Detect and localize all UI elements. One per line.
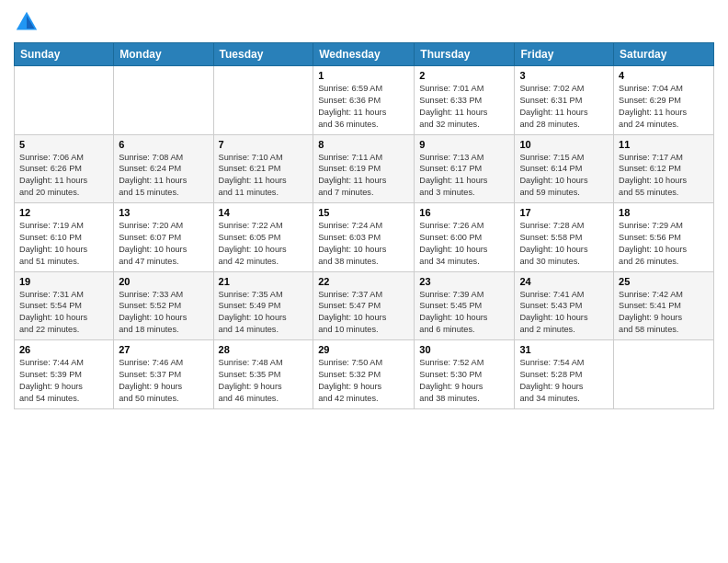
day-number: 11 <box>619 139 709 150</box>
day-info: Sunrise: 7:42 AM Sunset: 5:41 PM Dayligh… <box>619 289 709 337</box>
header-day: Monday <box>114 43 213 66</box>
day-info: Sunrise: 7:20 AM Sunset: 6:07 PM Dayligh… <box>119 220 208 268</box>
day-number: 12 <box>19 207 108 218</box>
day-info: Sunrise: 7:17 AM Sunset: 6:12 PM Dayligh… <box>619 152 709 200</box>
day-info: Sunrise: 7:01 AM Sunset: 6:33 PM Dayligh… <box>419 83 509 131</box>
header-row: SundayMondayTuesdayWednesdayThursdayFrid… <box>15 43 714 66</box>
calendar-cell: 2Sunrise: 7:01 AM Sunset: 6:33 PM Daylig… <box>415 66 515 135</box>
day-info: Sunrise: 7:50 AM Sunset: 5:32 PM Dayligh… <box>318 357 409 405</box>
calendar-cell <box>15 66 114 135</box>
calendar-cell: 11Sunrise: 7:17 AM Sunset: 6:12 PM Dayli… <box>614 134 714 203</box>
logo <box>14 9 43 35</box>
calendar-cell: 10Sunrise: 7:15 AM Sunset: 6:14 PM Dayli… <box>515 134 614 203</box>
day-info: Sunrise: 7:29 AM Sunset: 5:56 PM Dayligh… <box>619 220 709 268</box>
calendar-cell: 17Sunrise: 7:28 AM Sunset: 5:58 PM Dayli… <box>515 203 614 272</box>
day-info: Sunrise: 7:28 AM Sunset: 5:58 PM Dayligh… <box>519 220 609 268</box>
header-day: Friday <box>515 43 614 66</box>
day-number: 2 <box>419 70 509 81</box>
day-number: 23 <box>419 276 509 287</box>
day-number: 31 <box>519 344 609 355</box>
day-number: 9 <box>419 139 509 150</box>
day-info: Sunrise: 7:19 AM Sunset: 6:10 PM Dayligh… <box>19 220 108 268</box>
day-info: Sunrise: 7:31 AM Sunset: 5:54 PM Dayligh… <box>19 289 108 337</box>
day-info: Sunrise: 7:26 AM Sunset: 6:00 PM Dayligh… <box>419 220 509 268</box>
header-day: Wednesday <box>313 43 415 66</box>
day-number: 10 <box>519 139 609 150</box>
calendar-cell: 19Sunrise: 7:31 AM Sunset: 5:54 PM Dayli… <box>15 271 114 340</box>
calendar-table: SundayMondayTuesdayWednesdayThursdayFrid… <box>14 42 714 409</box>
day-info: Sunrise: 7:08 AM Sunset: 6:24 PM Dayligh… <box>119 152 208 200</box>
calendar-cell: 22Sunrise: 7:37 AM Sunset: 5:47 PM Dayli… <box>313 271 415 340</box>
day-number: 18 <box>619 207 709 218</box>
day-info: Sunrise: 7:54 AM Sunset: 5:28 PM Dayligh… <box>519 357 609 405</box>
day-info: Sunrise: 7:44 AM Sunset: 5:39 PM Dayligh… <box>19 357 108 405</box>
header-day: Sunday <box>15 43 114 66</box>
day-info: Sunrise: 7:10 AM Sunset: 6:21 PM Dayligh… <box>219 152 309 200</box>
calendar-cell <box>213 66 313 135</box>
day-info: Sunrise: 7:06 AM Sunset: 6:26 PM Dayligh… <box>19 152 108 200</box>
day-number: 15 <box>318 207 409 218</box>
day-info: Sunrise: 7:48 AM Sunset: 5:35 PM Dayligh… <box>219 357 309 405</box>
calendar-cell: 12Sunrise: 7:19 AM Sunset: 6:10 PM Dayli… <box>15 203 114 272</box>
day-info: Sunrise: 7:37 AM Sunset: 5:47 PM Dayligh… <box>318 289 409 337</box>
day-info: Sunrise: 7:39 AM Sunset: 5:45 PM Dayligh… <box>419 289 509 337</box>
day-info: Sunrise: 7:04 AM Sunset: 6:29 PM Dayligh… <box>619 83 709 131</box>
day-number: 5 <box>19 139 108 150</box>
calendar-cell: 3Sunrise: 7:02 AM Sunset: 6:31 PM Daylig… <box>515 66 614 135</box>
day-number: 19 <box>19 276 108 287</box>
calendar-cell: 7Sunrise: 7:10 AM Sunset: 6:21 PM Daylig… <box>213 134 313 203</box>
calendar-cell: 13Sunrise: 7:20 AM Sunset: 6:07 PM Dayli… <box>114 203 213 272</box>
day-info: Sunrise: 7:22 AM Sunset: 6:05 PM Dayligh… <box>219 220 309 268</box>
page: SundayMondayTuesdayWednesdayThursdayFrid… <box>0 0 728 563</box>
calendar-row: 19Sunrise: 7:31 AM Sunset: 5:54 PM Dayli… <box>15 271 714 340</box>
day-number: 27 <box>119 344 208 355</box>
calendar-cell: 15Sunrise: 7:24 AM Sunset: 6:03 PM Dayli… <box>313 203 415 272</box>
day-number: 20 <box>119 276 208 287</box>
day-info: Sunrise: 7:02 AM Sunset: 6:31 PM Dayligh… <box>519 83 609 131</box>
day-info: Sunrise: 7:24 AM Sunset: 6:03 PM Dayligh… <box>318 220 409 268</box>
calendar-body: 1Sunrise: 6:59 AM Sunset: 6:36 PM Daylig… <box>15 66 714 409</box>
day-info: Sunrise: 7:11 AM Sunset: 6:19 PM Dayligh… <box>318 152 409 200</box>
day-number: 25 <box>619 276 709 287</box>
header-day: Tuesday <box>213 43 313 66</box>
day-number: 7 <box>219 139 309 150</box>
day-number: 29 <box>318 344 409 355</box>
calendar-row: 12Sunrise: 7:19 AM Sunset: 6:10 PM Dayli… <box>15 203 714 272</box>
day-info: Sunrise: 7:15 AM Sunset: 6:14 PM Dayligh… <box>519 152 609 200</box>
calendar-cell: 20Sunrise: 7:33 AM Sunset: 5:52 PM Dayli… <box>114 271 213 340</box>
calendar-cell: 9Sunrise: 7:13 AM Sunset: 6:17 PM Daylig… <box>415 134 515 203</box>
day-info: Sunrise: 7:13 AM Sunset: 6:17 PM Dayligh… <box>419 152 509 200</box>
calendar-row: 1Sunrise: 6:59 AM Sunset: 6:36 PM Daylig… <box>15 66 714 135</box>
day-info: Sunrise: 7:46 AM Sunset: 5:37 PM Dayligh… <box>119 357 208 405</box>
day-info: Sunrise: 7:41 AM Sunset: 5:43 PM Dayligh… <box>519 289 609 337</box>
day-number: 21 <box>219 276 309 287</box>
header <box>14 9 714 35</box>
day-number: 3 <box>519 70 609 81</box>
calendar-cell: 21Sunrise: 7:35 AM Sunset: 5:49 PM Dayli… <box>213 271 313 340</box>
calendar-cell: 16Sunrise: 7:26 AM Sunset: 6:00 PM Dayli… <box>415 203 515 272</box>
calendar-cell <box>614 340 714 409</box>
calendar-cell: 4Sunrise: 7:04 AM Sunset: 6:29 PM Daylig… <box>614 66 714 135</box>
calendar-cell: 23Sunrise: 7:39 AM Sunset: 5:45 PM Dayli… <box>415 271 515 340</box>
day-info: Sunrise: 7:52 AM Sunset: 5:30 PM Dayligh… <box>419 357 509 405</box>
calendar-cell: 31Sunrise: 7:54 AM Sunset: 5:28 PM Dayli… <box>515 340 614 409</box>
calendar-cell: 6Sunrise: 7:08 AM Sunset: 6:24 PM Daylig… <box>114 134 213 203</box>
day-info: Sunrise: 7:35 AM Sunset: 5:49 PM Dayligh… <box>219 289 309 337</box>
calendar-cell: 28Sunrise: 7:48 AM Sunset: 5:35 PM Dayli… <box>213 340 313 409</box>
calendar-cell: 8Sunrise: 7:11 AM Sunset: 6:19 PM Daylig… <box>313 134 415 203</box>
day-number: 13 <box>119 207 208 218</box>
header-day: Saturday <box>614 43 714 66</box>
calendar-cell: 5Sunrise: 7:06 AM Sunset: 6:26 PM Daylig… <box>15 134 114 203</box>
calendar-cell: 24Sunrise: 7:41 AM Sunset: 5:43 PM Dayli… <box>515 271 614 340</box>
day-number: 22 <box>318 276 409 287</box>
day-number: 28 <box>219 344 309 355</box>
calendar-cell: 14Sunrise: 7:22 AM Sunset: 6:05 PM Dayli… <box>213 203 313 272</box>
calendar-cell: 30Sunrise: 7:52 AM Sunset: 5:30 PM Dayli… <box>415 340 515 409</box>
header-day: Thursday <box>415 43 515 66</box>
calendar-header: SundayMondayTuesdayWednesdayThursdayFrid… <box>15 43 714 66</box>
day-info: Sunrise: 7:33 AM Sunset: 5:52 PM Dayligh… <box>119 289 208 337</box>
calendar-row: 5Sunrise: 7:06 AM Sunset: 6:26 PM Daylig… <box>15 134 714 203</box>
day-number: 16 <box>419 207 509 218</box>
day-number: 1 <box>318 70 409 81</box>
day-number: 17 <box>519 207 609 218</box>
